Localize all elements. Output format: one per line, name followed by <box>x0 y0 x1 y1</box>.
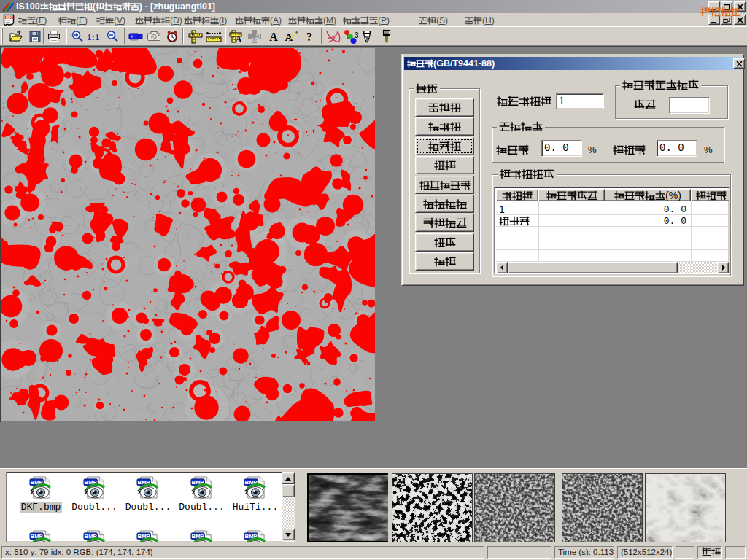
svg-text:A: A <box>269 31 278 43</box>
svg-text:DOC: DOC <box>4 15 15 20</box>
svg-text:1:1: 1:1 <box>87 31 99 42</box>
svg-text:A: A <box>236 34 242 44</box>
svg-text:?: ? <box>306 31 312 43</box>
svg-text:3: 3 <box>355 31 359 39</box>
